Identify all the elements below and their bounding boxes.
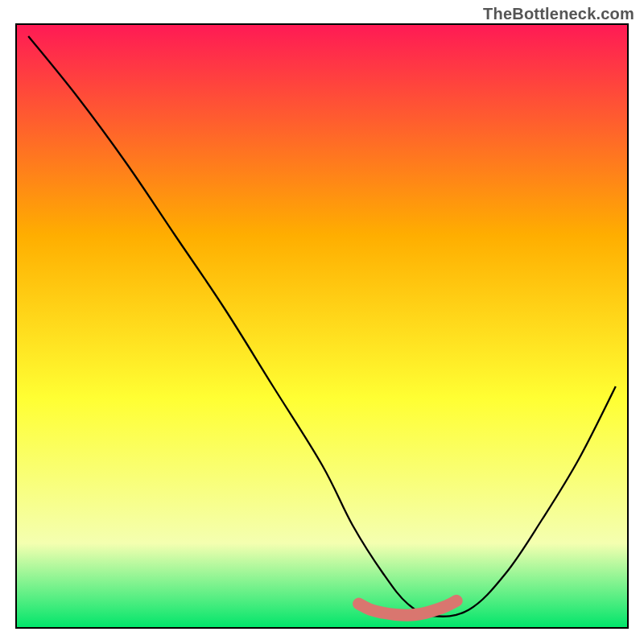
chart-svg [0, 0, 644, 644]
chart-stage: TheBottleneck.com [0, 0, 644, 644]
gradient-background [16, 24, 628, 628]
watermark-text: TheBottleneck.com [483, 5, 634, 23]
